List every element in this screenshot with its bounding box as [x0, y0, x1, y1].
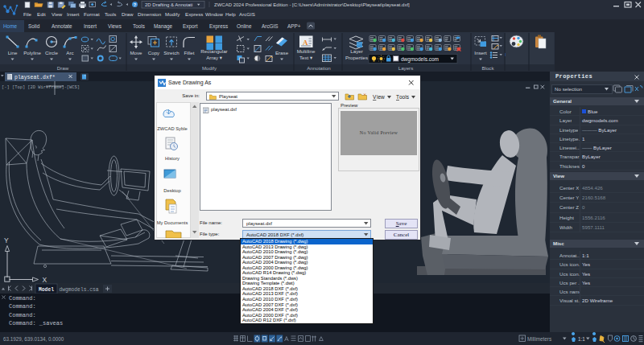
svg-text:ools: ools — [399, 94, 410, 100]
svg-text:Format: Format — [84, 11, 100, 17]
svg-text:File: File — [23, 11, 32, 17]
svg-text:Dimension: Dimension — [138, 11, 162, 17]
svg-text:Modify: Modify — [165, 11, 180, 17]
svg-text:Copy: Copy — [148, 50, 160, 55]
svg-text:Help: Help — [225, 11, 236, 17]
svg-text:dwgmodels.com: dwgmodels.com — [401, 56, 439, 63]
svg-text:Rectangular: Rectangular — [200, 48, 227, 54]
svg-text:Manage: Manage — [154, 23, 173, 30]
svg-text:X: X — [43, 276, 47, 283]
svg-text:Y: Y — [4, 236, 9, 244]
svg-text:ArcGIS: ArcGIS — [239, 11, 255, 17]
svg-text:Arc: Arc — [66, 50, 73, 55]
svg-text:Export: Export — [183, 23, 198, 30]
svg-text:63.1929, 639.0134, 0.0000: 63.1929, 639.0134, 0.0000 — [3, 336, 64, 342]
svg-text:Move: Move — [130, 50, 142, 55]
svg-text:Command:: Command: — [9, 312, 36, 318]
svg-text:Insert: Insert — [84, 23, 97, 29]
svg-text:Layers: Layers — [398, 65, 414, 71]
svg-text:Online: Online — [237, 23, 252, 29]
svg-text:Tools: Tools — [133, 23, 145, 29]
svg-text:APP+: APP+ — [287, 23, 301, 29]
svg-text:Desktop: Desktop — [163, 188, 180, 193]
svg-text:Draw: Draw — [57, 65, 69, 71]
svg-text:Window: Window — [205, 11, 224, 17]
svg-text:Views: Views — [108, 23, 122, 29]
svg-text:Properties: Properties — [345, 55, 368, 60]
svg-text:ZWCAD Syble: ZWCAD Syble — [157, 126, 187, 131]
svg-text:Fillet: Fillet — [184, 50, 194, 55]
svg-text:Tools: Tools — [105, 11, 116, 17]
svg-text:1:1: 1:1 — [578, 336, 585, 342]
svg-text:Block: Block — [481, 65, 494, 71]
svg-text:View: View — [52, 11, 63, 17]
svg-text:A: A — [303, 39, 308, 47]
svg-text:Command:: Command: — [9, 303, 36, 310]
svg-text:Modify: Modify — [202, 65, 217, 71]
svg-text:Millimeters: Millimeters — [527, 336, 551, 342]
svg-text:[-] [Top] [2D Wireframe]-[WCS]: [-] [Top] [2D Wireframe]-[WCS] — [2, 85, 80, 90]
svg-text:Draw: Draw — [122, 11, 134, 17]
svg-text:Erase: Erase — [275, 50, 289, 55]
svg-text:Stretch: Stretch — [163, 50, 180, 55]
svg-text:Multiline: Multiline — [297, 48, 316, 54]
svg-text:Express: Express — [209, 23, 228, 30]
svg-text:Line: Line — [8, 50, 18, 55]
svg-text:Polyline: Polyline — [23, 50, 41, 55]
svg-text:Model: Model — [39, 287, 54, 293]
svg-text:Edit: Edit — [37, 11, 46, 17]
svg-text:My Documents: My Documents — [157, 220, 188, 225]
svg-text:iew: iew — [377, 94, 385, 100]
svg-text:Solid: Solid — [28, 23, 40, 29]
svg-text:History: History — [165, 156, 180, 161]
svg-text:ArcGIS: ArcGIS — [262, 23, 279, 29]
svg-text:Insert: Insert — [474, 50, 487, 55]
svg-text:Command:: Command: — [9, 295, 36, 302]
svg-text:Home: Home — [3, 23, 17, 29]
svg-text:Insert: Insert — [67, 11, 80, 17]
svg-text:Express: Express — [185, 11, 203, 17]
svg-text:Text ▾: Text ▾ — [299, 55, 313, 60]
svg-text:dwgmodels.csa: dwgmodels.csa — [59, 287, 98, 293]
svg-text:Annotation: Annotation — [307, 65, 331, 71]
svg-text:Annotate: Annotate — [52, 23, 72, 29]
svg-text:Command: _saveas: Command: _saveas — [9, 320, 63, 327]
svg-text:Array ▾: Array ▾ — [206, 55, 223, 60]
svg-text:Circle: Circle — [45, 50, 58, 55]
svg-text:playseat.dxf*: playseat.dxf* — [14, 75, 56, 80]
